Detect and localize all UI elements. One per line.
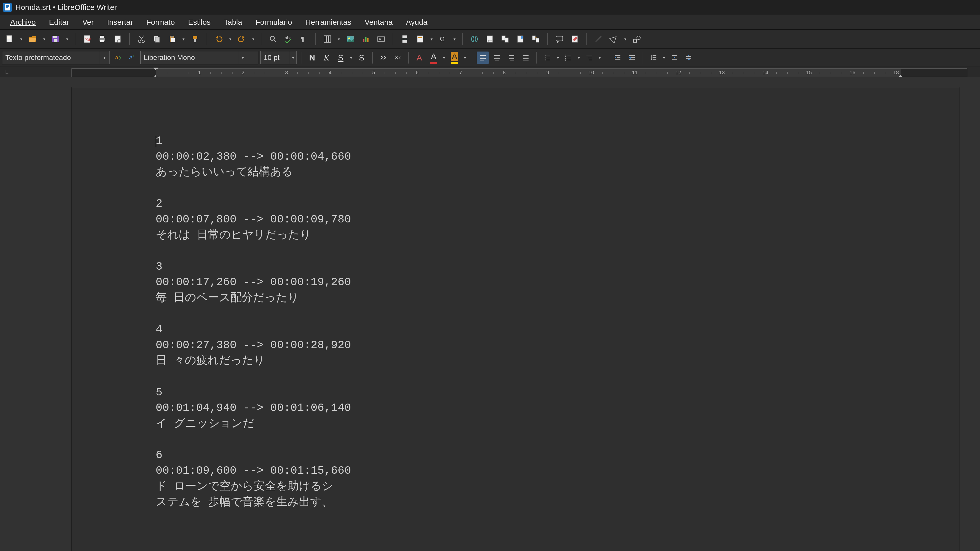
superscript-button[interactable]: X2 (377, 52, 390, 64)
outline-list-dropdown[interactable]: ▾ (597, 56, 602, 60)
paragraph-style-input[interactable] (2, 51, 100, 64)
print-preview-button[interactable] (111, 33, 124, 45)
insert-symbol-button[interactable]: Ω (437, 33, 449, 45)
menu-formulario[interactable]: Formulario (249, 16, 299, 28)
font-name-combo[interactable]: ▾ (140, 51, 258, 64)
increase-indent-button[interactable] (611, 52, 624, 64)
underline-button[interactable]: S (334, 52, 347, 64)
align-left-button[interactable] (477, 52, 489, 64)
menu-estilos[interactable]: Estilos (181, 16, 217, 28)
bold-button[interactable]: N (306, 52, 318, 64)
redo-dropdown[interactable]: ▾ (251, 37, 256, 41)
insert-field-dropdown[interactable]: ▾ (429, 37, 434, 41)
svg-rect-5 (7, 37, 11, 37)
ruler-body[interactable]: 1234567891011121314151618 (156, 68, 900, 77)
font-name-dropdown[interactable]: ▾ (238, 51, 247, 64)
spellcheck-button[interactable]: abc (282, 33, 294, 45)
insert-line-button[interactable] (592, 33, 605, 45)
font-size-dropdown[interactable]: ▾ (290, 51, 296, 64)
insert-table-dropdown[interactable]: ▾ (337, 37, 341, 41)
menu-ayuda[interactable]: Ayuda (399, 16, 434, 28)
track-changes-button[interactable] (569, 33, 581, 45)
new-doc-dropdown[interactable]: ▾ (19, 37, 24, 41)
ordered-list-button[interactable]: 123 (562, 52, 574, 64)
menu-formato[interactable]: Formato (140, 16, 181, 28)
strikethrough-button[interactable]: S (355, 52, 368, 64)
font-size-input[interactable] (261, 51, 290, 64)
font-size-combo[interactable]: ▾ (260, 51, 297, 64)
menu-insertar[interactable]: Insertar (100, 16, 140, 28)
font-color-dropdown[interactable]: ▾ (442, 56, 446, 60)
menu-ver[interactable]: Ver (76, 16, 100, 28)
insert-image-button[interactable] (344, 33, 356, 45)
update-style-button[interactable]: A (112, 52, 124, 64)
increase-para-spacing-button[interactable] (668, 52, 681, 64)
highlight-dropdown[interactable]: ▾ (463, 56, 467, 60)
print-button[interactable] (96, 33, 108, 45)
unordered-list-button[interactable] (541, 52, 554, 64)
ordered-list-dropdown[interactable]: ▾ (576, 56, 581, 60)
font-name-input[interactable] (141, 51, 238, 64)
font-color-button[interactable]: A (428, 52, 440, 64)
line-spacing-dropdown[interactable]: ▾ (662, 56, 667, 60)
subscript-button[interactable]: X2 (391, 52, 404, 64)
save-dropdown[interactable]: ▾ (65, 37, 69, 41)
insert-pagebreak-button[interactable] (399, 33, 411, 45)
copy-button[interactable] (151, 33, 163, 45)
redo-button[interactable] (235, 33, 248, 45)
new-doc-button[interactable] (3, 33, 16, 45)
paste-button[interactable] (166, 33, 178, 45)
save-button[interactable] (49, 33, 62, 45)
highlight-button[interactable]: A (449, 52, 461, 64)
align-justify-button[interactable] (520, 52, 532, 64)
insert-bookmark-button[interactable] (514, 33, 527, 45)
open-dropdown[interactable]: ▾ (42, 37, 46, 41)
export-pdf-button[interactable]: PDF (81, 33, 93, 45)
menu-tabla[interactable]: Tabla (217, 16, 249, 28)
page[interactable]: 1 00:00:02,380 --> 00:00:04,660 あったらいいって… (72, 87, 959, 551)
new-style-button[interactable]: A+ (126, 52, 138, 64)
basic-shapes-dropdown[interactable]: ▾ (623, 37, 628, 41)
align-center-button[interactable] (491, 52, 503, 64)
outline-list-button[interactable] (583, 52, 595, 64)
paragraph-style-dropdown[interactable]: ▾ (100, 51, 109, 64)
insert-footnote-button[interactable]: 1 (484, 33, 496, 45)
svg-rect-27 (194, 39, 196, 42)
decrease-para-spacing-button[interactable] (682, 52, 695, 64)
paste-dropdown[interactable]: ▾ (181, 37, 186, 41)
clone-formatting-button[interactable] (189, 33, 201, 45)
paragraph-style-combo[interactable]: ▾ (2, 51, 110, 64)
horizontal-ruler[interactable]: 1234567891011121314151618 (72, 68, 967, 77)
undo-dropdown[interactable]: ▾ (228, 37, 232, 41)
document-area[interactable]: 1 00:00:02,380 --> 00:00:04,660 あったらいいって… (0, 77, 980, 551)
insert-field-button[interactable] (414, 33, 426, 45)
cut-button[interactable] (135, 33, 148, 45)
insert-comment-button[interactable] (553, 33, 566, 45)
basic-shapes-button[interactable] (608, 33, 620, 45)
find-replace-button[interactable] (267, 33, 279, 45)
page-text-content[interactable]: 1 00:00:02,380 --> 00:00:04,660 あったらいいって… (156, 133, 351, 526)
separator (472, 52, 472, 64)
menu-herramientas[interactable]: Herramientas (299, 16, 358, 28)
align-right-button[interactable] (505, 52, 517, 64)
menu-archivo[interactable]: Archivo (3, 16, 42, 28)
insert-hyperlink-button[interactable] (468, 33, 480, 45)
insert-textbox-button[interactable]: A (375, 33, 387, 45)
insert-table-button[interactable] (321, 33, 334, 45)
menu-editar[interactable]: Editar (42, 16, 76, 28)
show-draw-functions-button[interactable] (631, 33, 643, 45)
insert-chart-button[interactable] (360, 33, 372, 45)
unordered-list-dropdown[interactable]: ▾ (555, 56, 560, 60)
insert-endnote-button[interactable] (499, 33, 511, 45)
clear-formatting-button[interactable]: A (413, 52, 425, 64)
insert-crossref-button[interactable] (530, 33, 542, 45)
formatting-marks-button[interactable]: ¶ (298, 33, 310, 45)
decrease-indent-button[interactable] (626, 52, 638, 64)
line-spacing-button[interactable] (648, 52, 660, 64)
menu-ventana[interactable]: Ventana (358, 16, 399, 28)
open-button[interactable] (27, 33, 39, 45)
undo-button[interactable] (213, 33, 225, 45)
insert-symbol-dropdown[interactable]: ▾ (452, 37, 457, 41)
italic-button[interactable]: K (320, 52, 332, 64)
underline-dropdown[interactable]: ▾ (349, 56, 353, 60)
